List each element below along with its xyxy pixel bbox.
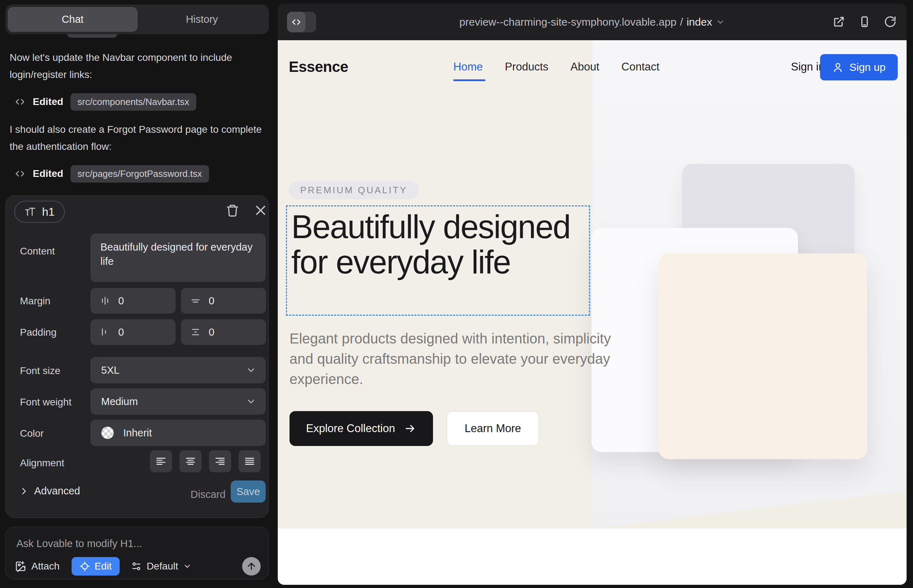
url-path: index [686, 16, 712, 28]
chrome-actions [832, 15, 897, 28]
content-input[interactable]: Beautifully designed for everyday life [91, 234, 265, 282]
lovable-app: Chat History Now let's update the Navbar… [0, 0, 913, 588]
nav-links: Home Products About Contact [453, 40, 659, 94]
mode-label: Default [147, 561, 178, 572]
padding-vertical-input[interactable]: 0 [181, 319, 266, 345]
edit-label: Edit [94, 561, 112, 572]
sign-in-link[interactable]: Sign in [791, 40, 825, 94]
tab-chat[interactable]: Chat [8, 7, 138, 32]
open-in-new-tab-button[interactable] [832, 15, 845, 28]
arrow-right-icon [404, 423, 416, 435]
tab-history[interactable]: History [138, 7, 266, 32]
edited-file-row: Edited src/pages/ForgotPassword.tsx [14, 165, 209, 183]
edited-label: Edited [33, 168, 63, 179]
hero-subtext: Elegant products designed with intention… [290, 328, 617, 389]
code-view-icon[interactable] [287, 12, 306, 32]
hero-headline[interactable]: Beautifully designed for everyday life [291, 209, 583, 280]
padding-horizontal-icon [100, 327, 110, 338]
font-weight-select[interactable]: Medium [91, 388, 265, 415]
nav-link-products[interactable]: Products [505, 60, 548, 73]
edited-file-row: Edited src/components/Navbar.tsx [14, 92, 196, 111]
hero-cta-row: Explore Collection Learn More [290, 411, 539, 446]
padding-horizontal-input[interactable]: 0 [91, 319, 176, 345]
user-icon [832, 61, 843, 73]
save-button[interactable]: Save [231, 480, 265, 502]
premium-badge: PREMIUM QUALITY [289, 181, 419, 199]
sign-up-label: Sign up [849, 61, 885, 73]
font-weight-label: Font weight [20, 396, 71, 408]
element-tag-label: h1 [42, 205, 55, 218]
chat-composer[interactable]: Ask Lovable to modify H1... Attach Edit [5, 527, 269, 580]
h1-selection-outline[interactable]: Beautifully designed for everyday life [286, 205, 590, 316]
composer-placeholder[interactable]: Ask Lovable to modify H1... [16, 538, 142, 549]
edited-label: Edited [33, 96, 63, 108]
padding-horizontal-value: 0 [118, 326, 124, 338]
nav-link-home[interactable]: Home [453, 60, 483, 73]
nav-link-about[interactable]: About [570, 60, 599, 73]
margin-horizontal-icon [100, 296, 110, 306]
chevron-down-icon [716, 18, 725, 27]
composer-toolbar: Attach Edit Default [15, 557, 261, 575]
target-icon [79, 561, 90, 572]
file-chip[interactable]: src/pages/ForgotPassword.tsx [71, 165, 209, 183]
code-preview-toggle[interactable] [287, 12, 316, 32]
color-select[interactable]: Inherit [91, 420, 265, 446]
margin-vertical-input[interactable]: 0 [181, 288, 266, 313]
advanced-label: Advanced [34, 485, 80, 497]
code-icon [14, 96, 26, 108]
selected-element-tag: h1 [14, 201, 65, 223]
color-value: Inherit [123, 427, 152, 439]
sidebar-tabbar: Chat History [5, 5, 269, 34]
chevron-down-icon [246, 396, 256, 407]
align-left-button[interactable] [150, 450, 172, 472]
edit-mode-button[interactable]: Edit [71, 557, 119, 575]
chevron-down-icon [246, 365, 256, 375]
explore-collection-button[interactable]: Explore Collection [290, 411, 433, 446]
content-label: Content [20, 246, 55, 257]
close-panel-button[interactable] [254, 204, 267, 217]
font-size-label: Font size [20, 365, 60, 376]
arrow-up-icon [246, 561, 257, 572]
refresh-button[interactable] [884, 15, 897, 28]
nav-link-contact[interactable]: Contact [622, 60, 659, 73]
preview-chrome-bar: preview--charming-site-symphony.lovable.… [278, 3, 907, 40]
element-editor-panel: h1 Content Beautifully designed for ever… [5, 195, 269, 518]
site-logo[interactable]: Essence [289, 40, 348, 94]
delete-element-button[interactable] [226, 204, 239, 217]
margin-vertical-icon [190, 296, 201, 306]
site-page: Essence Home Products About Contact Sign… [278, 40, 907, 585]
color-label: Color [20, 428, 44, 439]
chevron-right-icon [19, 486, 29, 496]
padding-label: Padding [20, 327, 57, 338]
margin-horizontal-input[interactable]: 0 [91, 288, 176, 313]
padding-vertical-value: 0 [209, 326, 214, 338]
site-navbar: Essence Home Products About Contact Sign… [278, 40, 907, 94]
decorative-card-beige [659, 254, 867, 459]
chevron-down-icon [183, 562, 191, 570]
font-size-select[interactable]: 5XL [91, 357, 265, 383]
file-chip[interactable]: src/components/Navbar.tsx [71, 93, 197, 111]
align-right-button[interactable] [209, 450, 231, 472]
advanced-toggle[interactable]: Advanced [19, 485, 80, 497]
align-center-button[interactable] [180, 450, 202, 472]
url-bar[interactable]: preview--charming-site-symphony.lovable.… [459, 16, 725, 28]
transparent-swatch-icon [101, 426, 114, 439]
attach-label: Attach [31, 561, 60, 572]
type-icon [24, 206, 36, 218]
sign-up-button[interactable]: Sign up [820, 54, 898, 81]
explore-collection-label: Explore Collection [306, 422, 395, 435]
margin-label: Margin [20, 296, 50, 307]
align-justify-button[interactable] [239, 450, 261, 472]
preview-window: preview--charming-site-symphony.lovable.… [278, 3, 907, 585]
margin-horizontal-value: 0 [118, 295, 124, 307]
url-host: preview--charming-site-symphony.lovable.… [459, 16, 677, 28]
mobile-view-button[interactable] [858, 15, 871, 28]
mode-select[interactable]: Default [131, 561, 192, 572]
discard-button[interactable]: Discard [186, 485, 230, 504]
padding-vertical-icon [190, 327, 201, 338]
chat-message: Now let's update the Navbar component to… [10, 49, 264, 83]
attach-button[interactable]: Attach [15, 561, 60, 572]
hero-section: Essence Home Products About Contact Sign… [278, 40, 907, 528]
learn-more-button[interactable]: Learn More [447, 411, 539, 446]
send-button[interactable] [242, 557, 261, 575]
